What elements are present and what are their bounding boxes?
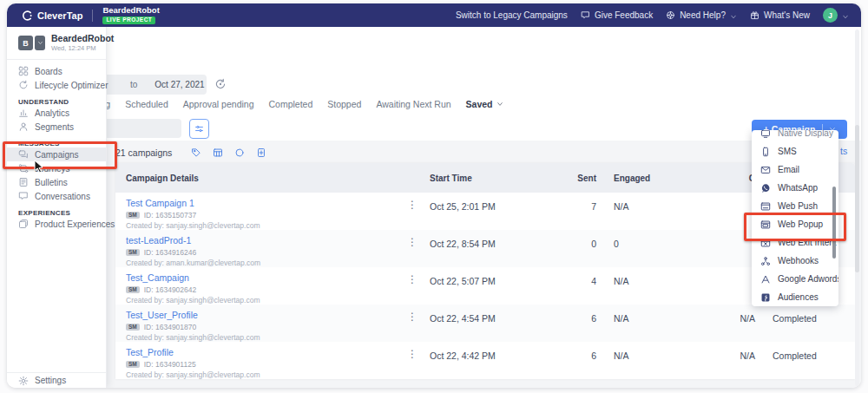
- campaign-name-link[interactable]: Test Campaign 1: [126, 198, 421, 209]
- chevron-down-icon: [842, 12, 849, 19]
- filter-icon: [194, 121, 204, 137]
- menu-item-native-display[interactable]: Native Display: [752, 130, 838, 142]
- account-switcher[interactable]: B BeardedRobot Wed, 12:24 PM: [7, 27, 106, 60]
- end-date-value[interactable]: Oct 27, 2021: [155, 80, 204, 89]
- tab-saved[interactable]: Saved: [466, 99, 503, 109]
- start-time-cell: Oct 22, 4:42 PM: [421, 342, 525, 379]
- clevertap-mark-icon: [21, 10, 33, 22]
- campaign-name-link[interactable]: Test_User_Profile: [126, 310, 421, 321]
- refresh-icon[interactable]: [214, 78, 227, 90]
- switch-legacy-link[interactable]: Switch to Legacy Campaigns: [456, 10, 568, 20]
- gift-icon: [750, 10, 760, 20]
- tab-approval-pending[interactable]: Approval pending: [183, 99, 254, 109]
- export-icon[interactable]: [256, 147, 266, 158]
- kebab-menu-icon[interactable]: ⋮: [407, 311, 418, 322]
- sidebar-item-label: Segments: [35, 122, 74, 132]
- annotation-box-web-popup: [744, 213, 846, 241]
- account-chevron[interactable]: [35, 36, 45, 50]
- campaign-name-link[interactable]: Test_Profile: [126, 347, 421, 358]
- kebab-menu-icon[interactable]: ⋮: [407, 274, 418, 285]
- tab-scheduled[interactable]: Scheduled: [125, 99, 168, 109]
- menu-item-sms[interactable]: SMS: [752, 142, 838, 160]
- tag-icon[interactable]: [191, 147, 201, 158]
- sidebar-item-bulletins[interactable]: Bulletins: [7, 175, 106, 189]
- account-datetime: Wed, 12:24 PM: [51, 44, 114, 52]
- menu-item-label: Native Display: [778, 130, 833, 138]
- engaged-cell: N/A: [605, 342, 687, 379]
- campaign-id: ID: 1634901870: [144, 323, 197, 331]
- webhooks-icon: [760, 256, 771, 266]
- campaigns-count-row: 21 campaigns: [115, 145, 266, 160]
- table-icon[interactable]: [213, 147, 223, 158]
- sidebar-item-label: Product Experiences: [35, 219, 115, 229]
- whats-new-link[interactable]: What's New: [750, 10, 810, 20]
- account-name: BeardedRobot: [51, 34, 114, 44]
- menu-item-google-adwords[interactable]: Google Adwords: [752, 270, 838, 288]
- table-header-row: Campaign DetailsStart TimeSentEngagedC: [115, 163, 855, 193]
- column-header-campaign-details: Campaign Details: [115, 174, 421, 183]
- menu-item-webhooks[interactable]: Webhooks: [752, 252, 838, 270]
- tab-saved-label: Saved: [466, 99, 493, 109]
- account-avatar[interactable]: B: [18, 36, 33, 50]
- give-feedback-label: Give Feedback: [595, 10, 653, 20]
- start-time-cell: Oct 22, 8:54 PM: [421, 230, 525, 267]
- sent-cell: 7: [525, 193, 605, 230]
- conversations-icon: [18, 191, 29, 201]
- status-circle-icon[interactable]: [234, 147, 245, 158]
- campaign-details-cell: test-LeadProd-1SMID: 1634916246Created b…: [115, 230, 421, 267]
- sidebar-item-conversations[interactable]: Conversations: [7, 189, 106, 203]
- sidebar-item-segments[interactable]: Segments: [7, 120, 106, 134]
- give-feedback-link[interactable]: Give Feedback: [581, 10, 653, 20]
- engaged-cell: 0: [605, 230, 687, 267]
- sent-cell: 6: [525, 305, 605, 342]
- partial-link[interactable]: ts: [840, 146, 847, 156]
- chevron-down-icon: [730, 12, 737, 19]
- sidebar-item-lifecycle-optimizer[interactable]: Lifecycle Optimizer: [7, 78, 106, 92]
- campaign-id: ID: 1634916246: [144, 248, 197, 257]
- kebab-menu-icon[interactable]: ⋮: [407, 200, 418, 210]
- campaign-created-by: Created by: sanjay.singh@clevertap.com: [126, 296, 421, 305]
- need-help-label: Need Help?: [680, 10, 726, 20]
- page-scrollbar-thumb[interactable]: [855, 125, 859, 272]
- kebab-menu-icon[interactable]: ⋮: [407, 349, 418, 359]
- page-scrollbar[interactable]: [855, 29, 859, 386]
- start-time-cell: Oct 25, 2:01 PM: [421, 193, 525, 230]
- sidebar-item-boards[interactable]: Boards: [7, 64, 106, 78]
- user-avatar[interactable]: J: [823, 8, 838, 23]
- native-display-icon: [760, 130, 771, 139]
- sidebar-item-label: Boards: [35, 67, 62, 76]
- sidebar-item-analytics[interactable]: Analytics: [7, 106, 106, 120]
- tab-awaiting-next-run[interactable]: Awaiting Next Run: [376, 99, 450, 109]
- topbar: CleverTap BeardedRobot LIVE PROJECT Swit…: [7, 3, 861, 27]
- campaign-name-link[interactable]: test-LeadProd-1: [126, 235, 421, 246]
- sidebar-item-settings[interactable]: Settings: [7, 372, 106, 388]
- sidebar-section-understand: UNDERSTAND: [7, 98, 106, 106]
- filter-button[interactable]: [189, 119, 209, 139]
- sidebar-item-product-experiences[interactable]: Product Experiences: [7, 217, 106, 231]
- sidebar-item-label: Conversations: [35, 192, 90, 201]
- campaigns-table: Campaign DetailsStart TimeSentEngagedC T…: [115, 163, 855, 379]
- clevertap-logo[interactable]: CleverTap: [21, 10, 82, 22]
- user-menu[interactable]: J: [823, 8, 849, 23]
- converted-cell: N/A: [687, 342, 764, 379]
- tab-completed[interactable]: Completed: [268, 99, 312, 109]
- need-help-menu[interactable]: Need Help?: [666, 10, 737, 20]
- account-button[interactable]: B: [18, 36, 45, 50]
- gear-icon: [18, 376, 29, 386]
- campaign-created-by: Created by: aman.kumar@clevertap.com: [126, 259, 421, 267]
- status-cell: Completed: [764, 305, 855, 342]
- help-ring-icon: [666, 10, 675, 20]
- campaign-name-link[interactable]: Test_Campaign: [126, 272, 421, 284]
- menu-item-email[interactable]: Email: [752, 160, 838, 179]
- kebab-menu-icon[interactable]: ⋮: [407, 237, 418, 247]
- menu-item-label: Audiences: [778, 292, 819, 302]
- column-header-engaged: Engaged: [605, 174, 687, 183]
- tab-stopped[interactable]: Stopped: [327, 99, 361, 109]
- campaign-id: ID: 1634902642: [144, 285, 197, 294]
- channel-badge: SM: [126, 361, 140, 369]
- engaged-cell: N/A: [605, 267, 687, 305]
- live-project-badge: LIVE PROJECT: [102, 16, 155, 25]
- menu-item-audiences[interactable]: Audiences: [752, 288, 838, 306]
- sent-cell: 0: [525, 230, 605, 267]
- menu-item-whatsapp[interactable]: WhatsApp: [752, 179, 838, 197]
